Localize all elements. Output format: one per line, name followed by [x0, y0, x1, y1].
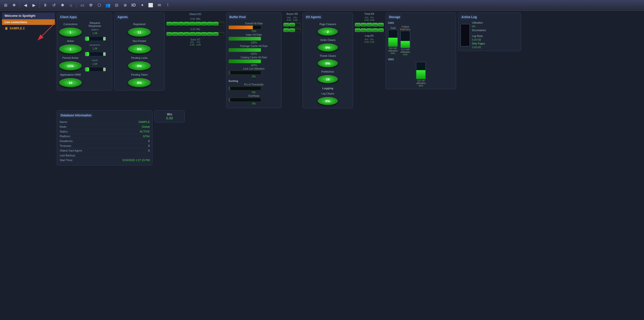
storage-title: Storage: [388, 15, 401, 19]
overflows-progress: [228, 98, 261, 102]
catalog-progress: [228, 59, 261, 63]
package-fill: [229, 48, 261, 52]
active-label: Active: [67, 40, 74, 42]
secondaries-label: Secondaries: [472, 29, 486, 32]
toolbar-btn-square[interactable]: ⬜: [147, 2, 154, 9]
pct-thresholds: Pct of Thresholds 0%: [228, 83, 279, 94]
io-pipe-row-2: [167, 32, 224, 36]
db-node-value: Global: [142, 125, 150, 128]
thresh-cleans-value: 0%: [318, 59, 338, 67]
db-xact-value: 0: [148, 149, 150, 152]
async-pipe-1: [284, 23, 301, 26]
content-area: Client Apps Connections 1 Active 1 Perce…: [57, 13, 642, 318]
io-seg: [213, 22, 218, 25]
toolbar-btn-pause[interactable]: ⏸: [42, 2, 49, 9]
toolbar-btn-back[interactable]: ◀: [22, 2, 29, 9]
db-timeouts-label: Timeouts:: [60, 144, 72, 147]
sidebar-item-sample2[interactable]: 🖥 SAMPLE 2: [2, 25, 55, 32]
dms-fullest-label: Fullest: [401, 25, 409, 28]
db-name-value: SAMPLE: [138, 120, 150, 123]
log-redo-value: 0.00 KB: [472, 38, 486, 41]
xact-slider-knob: [103, 68, 106, 71]
db-row-node: Node: Global: [60, 124, 150, 129]
toolbar-btn-hex[interactable]: ⬡: [96, 2, 103, 9]
active-log-metrics: Utilization 0% Secondaries Log Redo 0.00…: [472, 21, 486, 49]
io-seg: [184, 32, 189, 36]
total-rs-label: R/s: [370, 16, 374, 19]
toolbar-btn-refresh[interactable]: ↺: [50, 2, 57, 9]
sms-util-label: Utilization: [416, 82, 426, 84]
toolbar-btn-io[interactable]: IO: [130, 2, 137, 9]
db-row-timeouts: Timeouts: 0: [60, 144, 150, 148]
active-log-tank: [460, 24, 470, 47]
db-node-label: Node:: [60, 125, 67, 128]
pending-token-label: Pending Token: [131, 73, 148, 76]
static-slider: [85, 36, 105, 41]
dirty-pages-label: Dirty Pages: [472, 42, 486, 45]
static-value: 1.08: [85, 32, 105, 35]
total-io-values: W/s 0.00 R/s 0.06: [364, 16, 374, 21]
static-slider-fill: [85, 37, 89, 41]
toolbar-btn-2[interactable]: ❖: [11, 2, 18, 9]
io-seg: [372, 28, 378, 32]
direct-io-ws-unit: W/s: [196, 18, 200, 20]
io-seg: [284, 28, 289, 32]
dms-fullest-fill: [401, 41, 410, 48]
catalog-label: Catalog Cache Hit Rate: [228, 56, 279, 59]
toolbar-btn-monitor[interactable]: ▭: [79, 2, 86, 9]
log-rs-label: R/s: [370, 38, 374, 41]
server-icon: 🖥: [5, 26, 8, 30]
lock-value: 0%: [228, 75, 279, 78]
lock-fill: [229, 71, 230, 74]
toolbar-btn-home[interactable]: ⌂: [67, 2, 74, 9]
toolbar-btn-plus[interactable]: ⊕: [122, 2, 129, 9]
io-seg: [355, 23, 360, 26]
dms-total-section: Total 900 MB Utilization 53%: [388, 27, 398, 55]
toolbar-btn-nuclear[interactable]: ☢: [87, 2, 94, 9]
non-pooled-label: Non-Pooled: [133, 40, 146, 42]
registered-value: 11: [128, 28, 151, 37]
index-progress: [228, 37, 261, 41]
buffer-pool-title: Buffer Pool: [228, 15, 247, 19]
toolbar-btn-fwd[interactable]: ▶: [30, 2, 37, 9]
lock-progress: [228, 71, 261, 75]
io-seg: [190, 22, 195, 25]
catalog-cache-hit-rate: Catalog Cache Hit Rate 100%: [228, 56, 279, 67]
toolbar-btn-users[interactable]: 👥: [104, 2, 111, 9]
direct-io-title: Direct I/O: [189, 13, 201, 16]
toolbar-btn-msg[interactable]: ✉: [156, 2, 163, 9]
toolbar-btn-star[interactable]: ✱: [59, 2, 66, 9]
db-row-backup: Last Backup:: [60, 153, 150, 158]
db-backup-label: Last Backup:: [60, 154, 76, 157]
io-seg: [367, 23, 372, 26]
toolbar-btn-1[interactable]: ⊞: [2, 2, 9, 9]
toolbar-btn-alert[interactable]: !: [164, 2, 171, 9]
toolbar-btn-diamond[interactable]: ✦: [139, 2, 146, 9]
direct-io-section: Direct I/O 0.00 W/s: [167, 13, 224, 46]
pct-thresh-progress: [228, 86, 261, 90]
sync-ws-label: W/s: [190, 41, 194, 43]
io-agents-metrics: Page Cleaners 2 Victim Cleans 0% Thresh …: [305, 21, 351, 106]
toolbar-btn-grid[interactable]: ⊟: [113, 2, 120, 9]
catalog-value: 100%: [228, 64, 279, 67]
io-seg: [190, 32, 195, 36]
async-ws-label: W/s: [287, 16, 291, 19]
db-deadlocks-label: Deadlocks:: [60, 140, 73, 143]
logging-section-label: Logging: [322, 87, 333, 90]
db-start-label: Start Time:: [60, 159, 73, 162]
sms-util: 53%: [419, 84, 423, 87]
active-log-content: Utilization 0% Secondaries Log Redo 0.00…: [460, 21, 519, 49]
top-panels-row: Client Apps Connections 1 Active 1 Perce…: [57, 13, 642, 108]
direct-io-rs-label: 0.00: [190, 28, 195, 31]
total-io-section: Total I/O W/s 0.00 R/s 0.06: [355, 13, 384, 43]
total-pipe-2: [355, 28, 384, 32]
toolbar: ⊞ ❖ ◀ ▶ ⏸ ↺ ✱ ⌂ ▭ ☢ ⬡ 👥 ⊟ ⊕ IO ✦ ⬜ ✉ !: [0, 0, 644, 11]
total-ws-label: W/s: [365, 16, 369, 19]
io-seg: [289, 28, 295, 32]
db-info-panel: Database Information Name: SAMPLE Node: …: [57, 110, 152, 165]
sync-io-label: Sync I/O: [190, 38, 200, 41]
lock-list-utilization: Lock List Utilization 0%: [228, 67, 279, 78]
io-seg: [284, 23, 289, 26]
dms-total-util: 53%: [391, 52, 395, 55]
db-row-name: Name: SAMPLE: [60, 120, 150, 124]
